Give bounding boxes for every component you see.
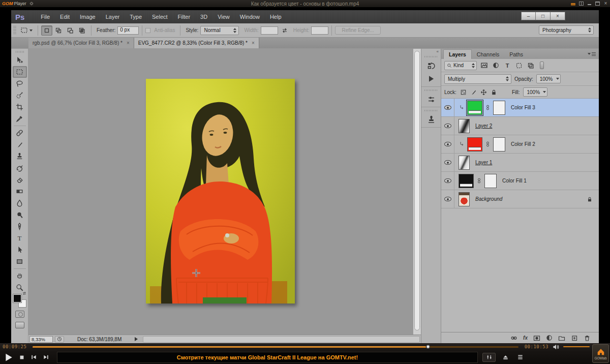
document-image[interactable] <box>146 79 295 304</box>
speaker-icon[interactable] <box>553 344 559 350</box>
filter-shape-layers-button[interactable] <box>514 61 524 70</box>
crop-tool[interactable] <box>13 101 27 113</box>
expand-panels-icon[interactable]: « <box>435 49 441 54</box>
filter-smart-objects-button[interactable] <box>526 61 535 70</box>
clone-stamp-tool[interactable] <box>13 150 27 162</box>
menu-filter[interactable]: Filter <box>173 12 195 22</box>
fill-layer-thumbnail[interactable] <box>467 137 482 151</box>
minimize-icon[interactable] <box>587 2 592 6</box>
visibility-toggle[interactable] <box>441 99 454 116</box>
gomlab-button[interactable]: GOMlab <box>592 344 609 363</box>
status-arrow-icon[interactable] <box>135 337 140 341</box>
add-layer-mask-icon[interactable] <box>533 335 540 342</box>
gradient-tool[interactable] <box>13 186 27 197</box>
visibility-toggle[interactable] <box>441 117 454 135</box>
path-selection-tool[interactable] <box>13 244 27 256</box>
style-select[interactable]: Normal <box>200 26 239 35</box>
feather-input[interactable]: 0 px <box>117 26 139 35</box>
video-frame[interactable]: Ps File Edit Image Layer Type Select Fil… <box>0 7 610 343</box>
blur-tool[interactable] <box>13 197 27 209</box>
properties-panel-button[interactable] <box>422 93 440 106</box>
new-layer-icon[interactable] <box>571 335 578 342</box>
document-tab-evg[interactable]: EVG_8477.CR2 @ 8,33% (Color Fill 3, RGB/… <box>134 38 259 48</box>
filter-adjustment-layers-button[interactable] <box>491 61 500 70</box>
actions-panel-button[interactable] <box>422 72 440 85</box>
new-adjustment-layer-icon[interactable] <box>546 335 553 341</box>
dodge-tool[interactable] <box>13 209 27 221</box>
ps-close-button[interactable]: × <box>551 12 565 20</box>
mask-link-icon[interactable] <box>476 177 482 184</box>
layer-row-background[interactable]: Background <box>441 190 599 208</box>
layer-style-icon[interactable]: fx <box>523 335 528 341</box>
volume-slider[interactable] <box>563 346 590 347</box>
ticker-banner[interactable]: Смотрите текущие матчи Global StarCraft … <box>57 352 478 363</box>
play-button[interactable] <box>4 353 13 362</box>
healing-brush-tool[interactable] <box>13 127 27 139</box>
mask-link-icon[interactable] <box>485 141 491 147</box>
always-on-top-icon[interactable] <box>571 3 575 6</box>
gear-icon[interactable] <box>29 1 34 6</box>
menu-window[interactable]: Window <box>235 12 265 22</box>
menu-help[interactable]: Help <box>265 12 287 22</box>
layer-name[interactable]: Background <box>475 196 502 202</box>
type-tool[interactable]: T <box>13 232 27 244</box>
menu-layer[interactable]: Layer <box>101 12 125 22</box>
tab-close-icon[interactable]: × <box>252 40 255 46</box>
lock-paint-icon[interactable] <box>470 89 477 96</box>
menu-type[interactable]: Type <box>125 12 147 22</box>
menu-select[interactable]: Select <box>147 12 173 22</box>
layer-thumbnail[interactable] <box>459 156 470 170</box>
delete-layer-icon[interactable] <box>584 335 591 342</box>
swap-colors-icon[interactable] <box>22 291 27 296</box>
layer-row-layer-1[interactable]: Layer 1 <box>441 154 599 172</box>
open-file-button[interactable] <box>500 353 510 361</box>
toolbar-grip[interactable] <box>16 51 24 53</box>
current-tool-button[interactable] <box>18 25 35 35</box>
foreground-color-swatch[interactable] <box>13 294 21 302</box>
fill-select[interactable]: 100% <box>523 87 547 97</box>
panel-menu-icon[interactable] <box>588 52 596 56</box>
visibility-toggle[interactable] <box>441 154 454 171</box>
zoom-level-input[interactable]: 8,33% <box>29 336 53 343</box>
stop-button[interactable] <box>19 354 25 360</box>
width-input[interactable] <box>261 26 278 35</box>
new-group-icon[interactable] <box>558 335 565 342</box>
tab-paths[interactable]: Paths <box>504 50 528 59</box>
fill-layer-thumbnail[interactable] <box>459 174 474 188</box>
filter-type-layers-button[interactable]: T <box>503 61 512 70</box>
layer-thumbnail[interactable] <box>459 192 470 206</box>
screen-mode-button[interactable] <box>15 322 24 328</box>
height-input[interactable] <box>311 26 328 35</box>
ps-minimize-button[interactable]: – <box>521 12 536 20</box>
control-panel-button[interactable] <box>482 353 496 362</box>
next-button[interactable] <box>43 354 49 360</box>
quick-selection-tool[interactable] <box>13 89 27 101</box>
layer-mask-thumbnail[interactable] <box>493 137 505 151</box>
layer-row-color-fill-2[interactable]: Color Fill 2 <box>441 135 599 154</box>
layer-mask-thumbnail[interactable] <box>484 174 497 188</box>
visibility-toggle[interactable] <box>441 172 454 190</box>
refine-edge-button[interactable]: Refine Edge... <box>335 26 380 35</box>
seek-bar[interactable] <box>33 346 518 348</box>
playlist-button[interactable] <box>515 353 525 361</box>
canvas-vertical-scrollbar[interactable] <box>413 49 421 335</box>
menu-edit[interactable]: Edit <box>55 12 75 22</box>
filter-pixel-layers-button[interactable] <box>479 61 489 70</box>
history-panel-button[interactable] <box>422 59 440 72</box>
menu-file[interactable]: File <box>36 12 55 22</box>
document-tab-rgb[interactable]: rgb.psd @ 66,7% (Color Fill 3, RGB/8) * … <box>28 38 134 48</box>
menu-3d[interactable]: 3D <box>195 12 212 22</box>
layer-name[interactable]: Color Fill 2 <box>511 141 535 147</box>
history-brush-tool[interactable] <box>13 162 27 174</box>
maximize-icon[interactable] <box>595 2 600 6</box>
visibility-toggle[interactable] <box>441 135 454 153</box>
lock-position-icon[interactable] <box>480 89 487 96</box>
panel-toggle-icon[interactable] <box>579 2 584 6</box>
layer-name[interactable]: Color Fill 1 <box>502 178 527 184</box>
rectangle-tool[interactable] <box>13 256 27 267</box>
selection-new-button[interactable] <box>41 25 52 36</box>
status-clock-button[interactable] <box>55 336 64 343</box>
canvas-area[interactable] <box>28 49 421 335</box>
seek-thumb[interactable] <box>426 345 430 349</box>
lasso-tool[interactable] <box>13 78 27 89</box>
